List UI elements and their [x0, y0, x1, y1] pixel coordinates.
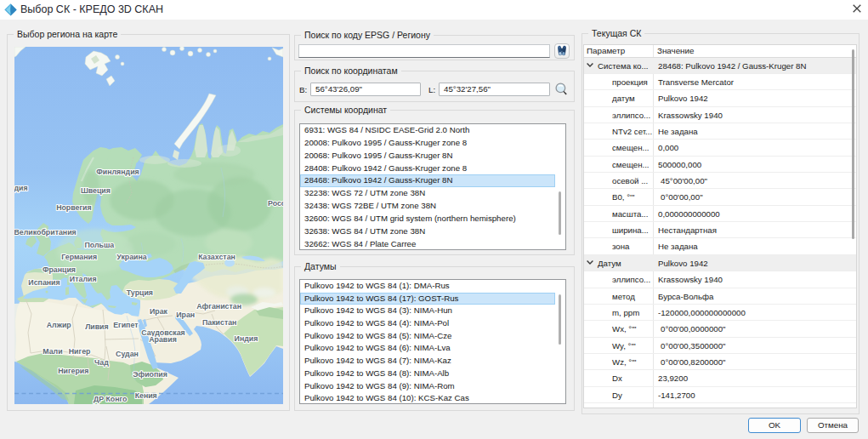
svg-text:Франция: Франция — [43, 265, 76, 274]
svg-text:Норвегия: Норвегия — [56, 203, 92, 212]
svg-text:Чад: Чад — [94, 358, 109, 367]
svg-text:Аравия: Аравия — [149, 335, 177, 344]
svg-text:Эфиопия: Эфиопия — [133, 370, 167, 379]
svg-text:Алжир: Алжир — [47, 321, 72, 329]
svg-text:Турция: Турция — [127, 288, 153, 297]
svg-text:Германия: Германия — [61, 253, 97, 261]
svg-text:Нигер: Нигер — [69, 347, 91, 356]
svg-text:Швеция: Швеция — [81, 186, 111, 195]
svg-text:ДР Конго: ДР Конго — [94, 395, 128, 403]
svg-text:Казахстан: Казахстан — [198, 253, 235, 261]
svg-text:Пакистан: Пакистан — [202, 318, 236, 327]
svg-text:Исландия: Исландия — [14, 184, 28, 192]
svg-text:Россия: Россия — [268, 199, 283, 208]
svg-text:Италия: Италия — [70, 275, 97, 283]
svg-text:Афганистан: Афганистан — [196, 302, 241, 311]
svg-text:Ливия: Ливия — [85, 322, 109, 331]
svg-text:Иран: Иран — [176, 311, 195, 319]
svg-text:Польша: Польша — [85, 241, 115, 249]
svg-text:Египет: Египет — [113, 321, 139, 329]
svg-text:Индия: Индия — [235, 334, 258, 343]
svg-text:Украина: Украина — [116, 253, 147, 261]
svg-text:Испания: Испания — [28, 278, 60, 287]
svg-text:Великобритания: Великобритания — [14, 228, 77, 237]
svg-text:Мали: Мали — [43, 347, 62, 356]
svg-text:Ирак: Ирак — [150, 307, 168, 316]
svg-text:Нигерия: Нигерия — [58, 367, 88, 375]
svg-text:Судан: Судан — [116, 350, 139, 358]
svg-text:Финляндия: Финляндия — [96, 168, 139, 176]
svg-text:Кения: Кения — [135, 391, 157, 400]
